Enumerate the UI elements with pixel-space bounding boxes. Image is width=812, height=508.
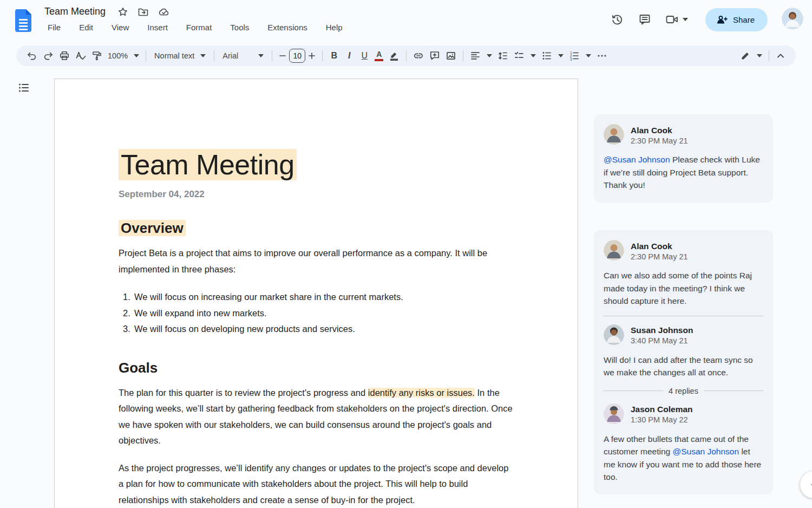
menu-file[interactable]: File xyxy=(44,22,64,33)
join-call-button[interactable] xyxy=(665,14,688,25)
paint-format-button[interactable] xyxy=(89,48,105,63)
comment-text: Can we also add some of the points Raj m… xyxy=(604,269,763,308)
chevron-left-icon xyxy=(809,480,812,489)
commenter-avatar xyxy=(604,240,624,263)
cloud-saved-icon[interactable] xyxy=(158,6,170,17)
docs-logo-icon[interactable] xyxy=(14,8,32,35)
numbered-list[interactable]: 1. We will focus on increasing our marke… xyxy=(119,289,514,337)
editing-mode-button[interactable] xyxy=(737,48,765,63)
commenter-avatar xyxy=(604,124,624,147)
menu-view[interactable]: View xyxy=(108,22,132,33)
line-spacing-button[interactable] xyxy=(495,48,511,63)
comment-thread-2[interactable]: Alan Cook 2:30 PM May 21 Can we also add… xyxy=(594,230,773,494)
spell-check-button[interactable] xyxy=(73,48,89,63)
commenter-avatar xyxy=(604,324,624,347)
menu-insert[interactable]: Insert xyxy=(144,22,171,33)
version-history-icon[interactable] xyxy=(611,13,624,27)
commenter-avatar xyxy=(604,403,624,426)
share-person-icon xyxy=(716,14,728,25)
star-icon[interactable] xyxy=(117,6,128,17)
outline-icon xyxy=(17,81,30,94)
commenter-name: Alan Cook xyxy=(631,241,688,252)
replies-expander[interactable]: 4 replies xyxy=(604,387,763,395)
more-options-button[interactable] xyxy=(594,48,610,63)
font-family-select[interactable]: Arial xyxy=(218,48,268,63)
doc-date[interactable]: September 04, 2022 xyxy=(119,189,514,200)
comment-divider xyxy=(604,316,763,316)
overview-paragraph[interactable]: Project Beta is a project that aims to i… xyxy=(119,245,515,277)
comment-text: A few other bullets that came out of the… xyxy=(604,433,763,484)
account-avatar[interactable] xyxy=(782,8,803,31)
menu-format[interactable]: Format xyxy=(183,22,215,33)
commenter-name: Alan Cook xyxy=(631,125,688,136)
hide-menus-button[interactable] xyxy=(773,48,788,63)
insert-link-button[interactable] xyxy=(410,48,427,63)
doc-title-heading[interactable]: Team Meeting xyxy=(119,148,514,181)
zoom-select[interactable]: 100% xyxy=(105,48,142,63)
chevron-down-icon xyxy=(757,54,762,57)
list-item: 1. We will focus on increasing our marke… xyxy=(119,289,514,305)
comment-thread-1[interactable]: Alan Cook 2:30 PM May 21 @Susan Johnson … xyxy=(594,114,773,203)
numbered-list-button[interactable]: 123 xyxy=(566,48,594,63)
comment-timestamp: 3:40 PM May 21 xyxy=(631,336,693,346)
overview-heading[interactable]: Overview xyxy=(119,220,514,237)
share-button[interactable]: Share xyxy=(705,8,768,31)
font-size-input[interactable]: 10 xyxy=(289,49,305,63)
italic-button[interactable]: I xyxy=(342,48,357,63)
menu-bar: File Edit View Insert Format Tools Exten… xyxy=(44,22,611,33)
menu-extensions[interactable]: Extensions xyxy=(264,22,310,33)
chevron-down-icon xyxy=(200,54,206,57)
paragraph-style-select[interactable]: Normal text xyxy=(150,48,210,63)
comments-icon[interactable] xyxy=(638,13,651,26)
menu-help[interactable]: Help xyxy=(323,22,346,33)
replies-count-label[interactable]: 4 replies xyxy=(669,387,698,395)
align-button[interactable] xyxy=(467,48,495,63)
document-title-input[interactable]: Team Meeting xyxy=(42,5,108,18)
commenter-name: Jason Coleman xyxy=(631,404,693,415)
undo-button[interactable] xyxy=(24,48,40,63)
print-button[interactable] xyxy=(56,48,73,63)
chevron-down-icon xyxy=(558,54,564,57)
highlighted-text: identify any risks or issues. xyxy=(368,388,475,398)
text-color-button[interactable]: A xyxy=(372,48,386,63)
formatting-toolbar: 100% Normal text Arial 10 B I U A xyxy=(16,45,796,66)
bold-button[interactable]: B xyxy=(326,48,342,63)
mention-link[interactable]: @Susan Johnson xyxy=(673,447,739,456)
list-item: 3. We will focus on developing new produ… xyxy=(119,321,514,337)
document-outline-button[interactable] xyxy=(15,79,32,99)
highlight-color-button[interactable] xyxy=(386,48,402,63)
chevron-down-icon xyxy=(258,54,264,57)
app-header: Team Meeting File Edit View Insert Forma… xyxy=(0,0,812,43)
add-comment-button[interactable] xyxy=(427,48,443,63)
comment-text: Will do! I can add after the team sync s… xyxy=(604,354,763,379)
comment-text: @Susan Johnson Please check with Luke if… xyxy=(604,153,763,192)
mention-link[interactable]: @Susan Johnson xyxy=(604,155,670,164)
menu-tools[interactable]: Tools xyxy=(227,22,252,33)
redo-button[interactable] xyxy=(40,48,56,63)
chevron-down-icon xyxy=(683,18,688,21)
menu-edit[interactable]: Edit xyxy=(76,22,96,33)
goals-heading[interactable]: Goals xyxy=(119,360,514,376)
chevron-down-icon xyxy=(531,54,536,57)
svg-text:3: 3 xyxy=(570,57,572,61)
move-folder-icon[interactable] xyxy=(137,6,149,17)
comment-timestamp: 1:30 PM May 22 xyxy=(631,415,693,425)
checklist-button[interactable] xyxy=(511,48,539,63)
increase-font-size-button[interactable] xyxy=(305,48,318,63)
comment-timestamp: 2:30 PM May 21 xyxy=(631,252,688,262)
chevron-down-icon xyxy=(134,54,139,57)
chevron-down-icon xyxy=(586,54,591,57)
chevron-down-icon xyxy=(487,54,492,57)
commenter-name: Susan Johnson xyxy=(631,325,693,336)
collapse-panel-button[interactable] xyxy=(800,471,812,498)
underline-button[interactable]: U xyxy=(357,48,372,63)
comment-timestamp: 2:30 PM May 21 xyxy=(631,136,688,146)
share-label: Share xyxy=(733,15,755,24)
goals-paragraph-2[interactable]: As the project progresses, we’ll identif… xyxy=(119,460,515,508)
goals-paragraph-1[interactable]: The plan for this quarter is to review t… xyxy=(119,385,515,449)
document-page[interactable]: Team Meeting September 04, 2022 Overview… xyxy=(54,79,578,508)
decrease-font-size-button[interactable] xyxy=(276,48,289,63)
bulleted-list-button[interactable] xyxy=(539,48,566,63)
insert-image-button[interactable] xyxy=(443,48,459,63)
list-item: 2. We will expand into new markets. xyxy=(119,305,514,322)
